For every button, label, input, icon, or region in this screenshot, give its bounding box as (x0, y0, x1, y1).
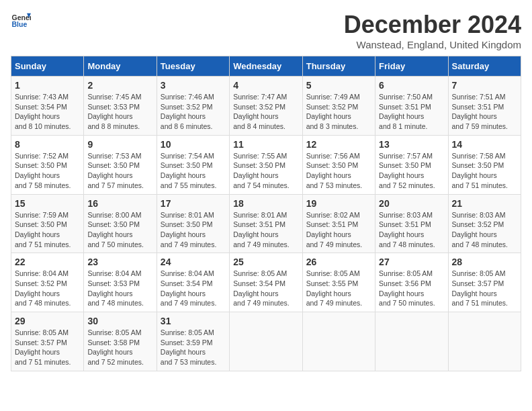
table-row: 30 Sunrise: 8:05 AMSunset: 3:58 PMDaylig… (84, 312, 157, 371)
table-row (302, 312, 375, 371)
day-info: Sunrise: 8:05 AMSunset: 3:56 PMDaylight … (379, 269, 435, 307)
day-number: 12 (306, 139, 371, 150)
day-info: Sunrise: 8:04 AMSunset: 3:53 PMDaylight … (87, 269, 143, 307)
day-number: 27 (379, 257, 444, 267)
weekday-header-row: Sunday Monday Tuesday Wednesday Thursday… (11, 56, 521, 77)
location: Wanstead, England, United Kingdom (344, 39, 521, 50)
day-info: Sunrise: 7:49 AMSunset: 3:52 PMDaylight … (306, 93, 360, 130)
table-row: 4 Sunrise: 7:47 AMSunset: 3:52 PMDayligh… (230, 77, 302, 136)
day-info: Sunrise: 7:54 AMSunset: 3:50 PMDaylight … (161, 152, 216, 189)
page-header: General Blue December 2024 Wanstead, Eng… (11, 11, 521, 50)
day-info: Sunrise: 7:53 AMSunset: 3:50 PMDaylight … (87, 152, 143, 189)
day-info: Sunrise: 8:05 AMSunset: 3:57 PMDaylight … (15, 328, 71, 366)
day-number: 11 (233, 139, 298, 150)
table-row: 9 Sunrise: 7:53 AMSunset: 3:50 PMDayligh… (84, 135, 157, 194)
day-number: 31 (161, 316, 226, 326)
table-row: 7 Sunrise: 7:51 AMSunset: 3:51 PMDayligh… (448, 77, 521, 136)
day-info: Sunrise: 7:46 AMSunset: 3:52 PMDaylight … (161, 93, 214, 130)
calendar-week-row: 1 Sunrise: 7:43 AMSunset: 3:54 PMDayligh… (11, 77, 521, 136)
day-number: 22 (15, 257, 80, 267)
day-info: Sunrise: 8:05 AMSunset: 3:54 PMDaylight … (233, 269, 289, 307)
table-row: 16 Sunrise: 8:00 AMSunset: 3:50 PMDaylig… (84, 194, 157, 253)
table-row: 6 Sunrise: 7:50 AMSunset: 3:51 PMDayligh… (375, 77, 448, 136)
calendar-week-row: 22 Sunrise: 8:04 AMSunset: 3:52 PMDaylig… (11, 253, 521, 312)
table-row: 3 Sunrise: 7:46 AMSunset: 3:52 PMDayligh… (157, 77, 229, 136)
table-row: 11 Sunrise: 7:55 AMSunset: 3:50 PMDaylig… (230, 135, 302, 194)
day-number: 20 (379, 198, 444, 209)
table-row (375, 312, 448, 371)
day-number: 8 (15, 139, 80, 150)
day-number: 10 (161, 139, 226, 150)
table-row: 29 Sunrise: 8:05 AMSunset: 3:57 PMDaylig… (11, 312, 84, 371)
logo: General Blue (11, 11, 31, 31)
day-number: 13 (379, 139, 444, 150)
day-info: Sunrise: 8:04 AMSunset: 3:54 PMDaylight … (161, 269, 216, 307)
day-number: 24 (161, 257, 226, 267)
day-number: 23 (87, 257, 152, 267)
table-row: 26 Sunrise: 8:05 AMSunset: 3:55 PMDaylig… (302, 253, 375, 312)
table-row: 15 Sunrise: 7:59 AMSunset: 3:50 PMDaylig… (11, 194, 84, 253)
day-number: 17 (161, 198, 226, 209)
table-row: 31 Sunrise: 8:05 AMSunset: 3:59 PMDaylig… (157, 312, 229, 371)
day-number: 26 (306, 257, 371, 267)
day-number: 21 (452, 198, 517, 209)
day-info: Sunrise: 8:05 AMSunset: 3:57 PMDaylight … (452, 269, 508, 307)
header-saturday: Saturday (448, 56, 521, 77)
day-info: Sunrise: 7:59 AMSunset: 3:50 PMDaylight … (15, 211, 71, 248)
day-info: Sunrise: 8:05 AMSunset: 3:55 PMDaylight … (306, 269, 362, 307)
day-number: 7 (452, 80, 517, 91)
day-info: Sunrise: 8:05 AMSunset: 3:58 PMDaylight … (87, 328, 143, 366)
day-info: Sunrise: 8:04 AMSunset: 3:52 PMDaylight … (15, 269, 71, 307)
table-row: 20 Sunrise: 8:03 AMSunset: 3:51 PMDaylig… (375, 194, 448, 253)
day-info: Sunrise: 7:52 AMSunset: 3:50 PMDaylight … (15, 152, 71, 189)
table-row: 27 Sunrise: 8:05 AMSunset: 3:56 PMDaylig… (375, 253, 448, 312)
day-info: Sunrise: 8:05 AMSunset: 3:59 PMDaylight … (161, 328, 216, 366)
day-number: 4 (233, 80, 298, 91)
day-info: Sunrise: 7:43 AMSunset: 3:54 PMDaylight … (15, 93, 71, 130)
table-row: 24 Sunrise: 8:04 AMSunset: 3:54 PMDaylig… (157, 253, 229, 312)
day-info: Sunrise: 8:01 AMSunset: 3:50 PMDaylight … (161, 211, 216, 248)
day-number: 30 (87, 316, 152, 326)
day-number: 29 (15, 316, 80, 326)
table-row: 12 Sunrise: 7:56 AMSunset: 3:50 PMDaylig… (302, 135, 375, 194)
table-row: 8 Sunrise: 7:52 AMSunset: 3:50 PMDayligh… (11, 135, 84, 194)
table-row: 23 Sunrise: 8:04 AMSunset: 3:53 PMDaylig… (84, 253, 157, 312)
day-number: 2 (87, 80, 152, 91)
calendar-table: Sunday Monday Tuesday Wednesday Thursday… (11, 56, 521, 371)
logo-icon: General Blue (11, 11, 31, 31)
calendar-week-row: 8 Sunrise: 7:52 AMSunset: 3:50 PMDayligh… (11, 135, 521, 194)
table-row: 1 Sunrise: 7:43 AMSunset: 3:54 PMDayligh… (11, 77, 84, 136)
table-row: 28 Sunrise: 8:05 AMSunset: 3:57 PMDaylig… (448, 253, 521, 312)
day-number: 1 (15, 80, 80, 91)
day-number: 5 (306, 80, 371, 91)
table-row: 21 Sunrise: 8:03 AMSunset: 3:52 PMDaylig… (448, 194, 521, 253)
table-row: 5 Sunrise: 7:49 AMSunset: 3:52 PMDayligh… (302, 77, 375, 136)
calendar-week-row: 29 Sunrise: 8:05 AMSunset: 3:57 PMDaylig… (11, 312, 521, 371)
header-sunday: Sunday (11, 56, 84, 77)
day-info: Sunrise: 7:56 AMSunset: 3:50 PMDaylight … (306, 152, 362, 189)
day-info: Sunrise: 7:57 AMSunset: 3:50 PMDaylight … (379, 152, 435, 189)
day-number: 9 (87, 139, 152, 150)
table-row: 14 Sunrise: 7:58 AMSunset: 3:50 PMDaylig… (448, 135, 521, 194)
day-info: Sunrise: 8:03 AMSunset: 3:52 PMDaylight … (452, 211, 508, 248)
table-row: 17 Sunrise: 8:01 AMSunset: 3:50 PMDaylig… (157, 194, 229, 253)
day-info: Sunrise: 8:01 AMSunset: 3:51 PMDaylight … (233, 211, 289, 248)
table-row: 25 Sunrise: 8:05 AMSunset: 3:54 PMDaylig… (230, 253, 302, 312)
calendar-week-row: 15 Sunrise: 7:59 AMSunset: 3:50 PMDaylig… (11, 194, 521, 253)
day-info: Sunrise: 7:50 AMSunset: 3:51 PMDaylight … (379, 93, 433, 130)
title-block: December 2024 Wanstead, England, United … (344, 11, 521, 50)
table-row: 18 Sunrise: 8:01 AMSunset: 3:51 PMDaylig… (230, 194, 302, 253)
table-row: 10 Sunrise: 7:54 AMSunset: 3:50 PMDaylig… (157, 135, 229, 194)
day-info: Sunrise: 8:03 AMSunset: 3:51 PMDaylight … (379, 211, 435, 248)
table-row: 22 Sunrise: 8:04 AMSunset: 3:52 PMDaylig… (11, 253, 84, 312)
day-info: Sunrise: 8:00 AMSunset: 3:50 PMDaylight … (87, 211, 143, 248)
table-row: 19 Sunrise: 8:02 AMSunset: 3:51 PMDaylig… (302, 194, 375, 253)
day-info: Sunrise: 7:47 AMSunset: 3:52 PMDaylight … (233, 93, 287, 130)
day-number: 6 (379, 80, 444, 91)
day-info: Sunrise: 8:02 AMSunset: 3:51 PMDaylight … (306, 211, 362, 248)
table-row: 13 Sunrise: 7:57 AMSunset: 3:50 PMDaylig… (375, 135, 448, 194)
day-number: 3 (161, 80, 226, 91)
header-thursday: Thursday (302, 56, 375, 77)
table-row: 2 Sunrise: 7:45 AMSunset: 3:53 PMDayligh… (84, 77, 157, 136)
svg-text:Blue: Blue (12, 20, 28, 28)
